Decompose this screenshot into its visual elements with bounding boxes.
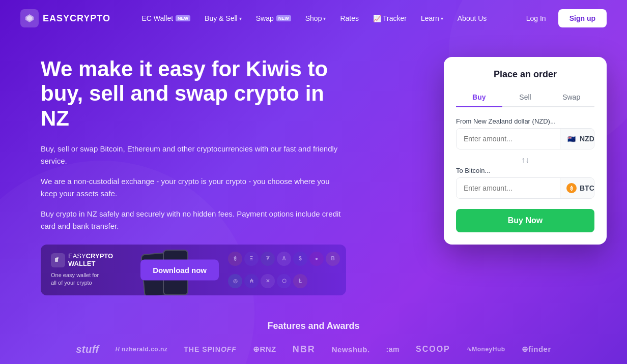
wallet-banner-left: EASYCRYPTO WALLET One easy wallet for al… <box>41 245 123 295</box>
nav-item-ec-wallet[interactable]: EC Wallet NEW <box>135 10 196 26</box>
new-badge-swap: NEW <box>276 15 291 21</box>
nav-item-about-us[interactable]: About Us <box>451 10 493 26</box>
hero-desc-3: Buy crypto in NZ safely and securely wit… <box>41 208 346 232</box>
logo-text: EASYCRYPTO <box>43 13 110 24</box>
hero-section: We make it easy for Kiwis to buy, sell a… <box>0 37 627 306</box>
from-amount-input[interactable] <box>457 129 560 149</box>
link-icon: ⬡ <box>277 274 291 288</box>
nav-item-swap[interactable]: Swap NEW <box>250 10 297 26</box>
nav-item-learn[interactable]: Learn ▾ <box>415 10 449 26</box>
crypto-icons-bg: ₿ Ξ ₮ A $ ● B ◎ ₳ ✕ ⬡ Ł <box>224 245 346 295</box>
media-logo-finder: ⊕finder <box>522 345 551 354</box>
navbar: EASYCRYPTO EC Wallet NEW Buy & Sell ▾ Sw… <box>0 0 627 37</box>
media-logos: stuff H nzherald.co.nz THE SPINOFF ⊕RNZ … <box>20 344 607 355</box>
to-amount-input[interactable] <box>457 178 560 198</box>
from-currency-selector[interactable]: 🇳🇿 NZD ▾ <box>560 129 594 149</box>
media-logo-am: :am <box>386 345 400 353</box>
to-currency-label: BTC <box>580 184 594 192</box>
media-logo-nzherald: H nzherald.co.nz <box>116 346 168 353</box>
order-panel: Place an order Buy Sell Swap From New Ze… <box>444 57 607 245</box>
media-logo-stuff: stuff <box>76 344 99 355</box>
chevron-down-icon: ▾ <box>239 16 242 21</box>
chevron-down-icon: ▾ <box>441 16 443 21</box>
dot-icon: ● <box>309 252 324 266</box>
avax-icon: A <box>277 252 291 266</box>
nzd-flag: 🇳🇿 <box>566 134 577 144</box>
signup-button[interactable]: Sign up <box>558 9 607 27</box>
sol-icon: ◎ <box>228 274 242 288</box>
nav-item-shop[interactable]: Shop ▾ <box>299 10 332 26</box>
media-logo-newshub: Newshub. <box>332 345 370 354</box>
svg-rect-3 <box>56 257 59 259</box>
from-input-row: 🇳🇿 NZD ▾ <box>456 128 594 149</box>
xrp-icon: ✕ <box>261 274 275 288</box>
wallet-logo-text: EASYCRYPTO WALLET <box>68 253 113 267</box>
swap-arrows[interactable]: ↑↓ <box>456 156 594 165</box>
order-panel-title: Place an order <box>456 69 594 80</box>
tab-swap[interactable]: Swap <box>548 88 594 107</box>
nav-item-rates[interactable]: Rates <box>334 10 365 26</box>
media-logo-nbr: NBR <box>293 344 316 355</box>
nav-item-tracker[interactable]: 📈 Tracker <box>367 10 413 26</box>
tab-buy[interactable]: Buy <box>456 88 502 107</box>
features-title: Features and Awards <box>20 321 607 331</box>
btc-icon-flag: ₿ <box>566 183 577 193</box>
usdt-icon: ₮ <box>261 252 275 266</box>
ltc-icon: Ł <box>293 274 307 288</box>
new-badge-wallet: NEW <box>176 15 190 21</box>
wallet-banner: EASYCRYPTO WALLET One easy wallet for al… <box>41 245 346 295</box>
order-tabs: Buy Sell Swap <box>456 88 594 107</box>
chevron-down-icon: ▾ <box>323 16 326 21</box>
logo[interactable]: EASYCRYPTO <box>20 9 110 27</box>
btc-icon: ₿ <box>228 252 242 266</box>
tab-sell[interactable]: Sell <box>502 88 549 107</box>
wallet-tagline: One easy wallet for all of your crypto <box>51 271 113 287</box>
media-logo-scoop: SCOOP <box>416 345 450 354</box>
wallet-logo-icon <box>51 253 65 267</box>
nav-item-buy-sell[interactable]: Buy & Sell ▾ <box>198 10 248 26</box>
hero-desc-2: We are a non-custodial exchange - your c… <box>41 175 346 200</box>
from-currency-label: NZD <box>580 135 594 143</box>
hero-desc-1: Buy, sell or swap Bitcoin, Ethereum and … <box>41 143 346 167</box>
ada-icon: ₳ <box>244 274 259 288</box>
buy-now-button[interactable]: Buy Now <box>456 209 594 232</box>
logo-icon <box>20 9 39 27</box>
nav-right: Log In Sign up <box>518 9 607 27</box>
to-label: To Bitcoin... <box>456 167 594 174</box>
hero-title: We make it easy for Kiwis to buy, sell a… <box>41 57 346 131</box>
to-input-row: ₿ BTC ▾ <box>456 177 594 199</box>
download-button[interactable]: Download now <box>140 259 219 280</box>
features-section: Features and Awards stuff H nzherald.co.… <box>0 306 627 364</box>
media-logo-rnz: ⊕RNZ <box>253 345 276 354</box>
eth-icon: Ξ <box>244 252 259 266</box>
usdc-icon: $ <box>293 252 307 266</box>
to-currency-selector[interactable]: ₿ BTC ▾ <box>560 178 594 198</box>
chart-icon: 📈 <box>373 15 381 22</box>
nav-links: EC Wallet NEW Buy & Sell ▾ Swap NEW Shop… <box>135 10 493 26</box>
bnb-icon: B <box>326 252 340 266</box>
login-button[interactable]: Log In <box>518 10 554 26</box>
from-label: From New Zealand dollar (NZD)... <box>456 117 594 125</box>
media-logo-moneyhub: ∿MoneyHub <box>467 346 505 353</box>
wallet-logo: EASYCRYPTO WALLET <box>51 253 113 267</box>
media-logo-spinoff: THE SPINOFF <box>184 345 237 353</box>
hero-content: We make it easy for Kiwis to buy, sell a… <box>41 57 346 295</box>
